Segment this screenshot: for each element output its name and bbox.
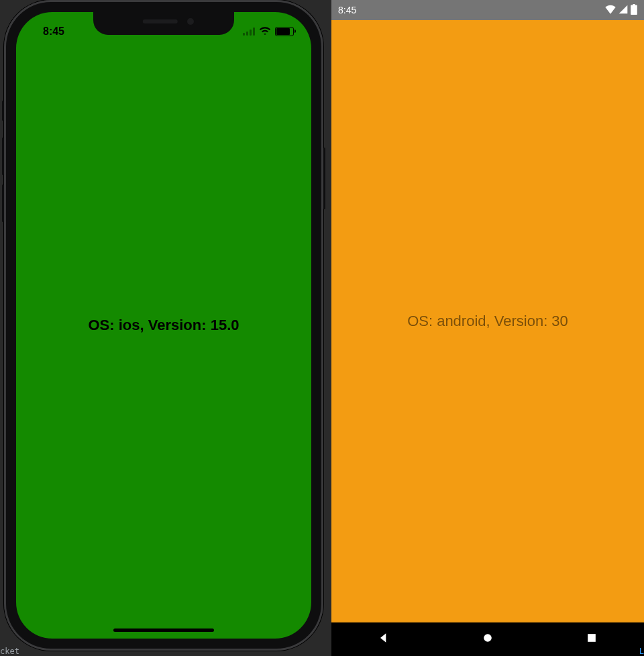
- svg-rect-1: [588, 634, 596, 642]
- android-back-button[interactable]: [377, 631, 390, 647]
- android-status-time: 8:45: [338, 5, 356, 15]
- ios-device-frame: 8:45 OS: ios, Version: 15.0: [4, 0, 323, 651]
- ios-home-indicator[interactable]: [113, 628, 214, 632]
- ide-text-fragment-right: L: [639, 647, 644, 656]
- ios-mute-switch[interactable]: [2, 101, 4, 121]
- ios-speaker: [143, 19, 178, 23]
- ios-notch: [93, 12, 234, 35]
- ios-volume-up-button[interactable]: [2, 138, 4, 175]
- ios-screen: 8:45 OS: ios, Version: 15.0: [16, 12, 311, 639]
- cellular-signal-icon: [619, 5, 628, 16]
- cellular-signal-icon: [243, 28, 255, 36]
- ios-os-version-label: OS: ios, Version: 15.0: [89, 317, 239, 334]
- android-device-frame: 8:45 OS: android, Version: 30: [331, 0, 644, 656]
- android-home-button[interactable]: [481, 631, 494, 647]
- ios-status-time: 8:45: [34, 25, 74, 38]
- battery-icon: [631, 4, 637, 17]
- wifi-icon: [259, 25, 271, 38]
- android-status-bar: 8:45: [331, 0, 644, 20]
- battery-icon: [275, 27, 294, 36]
- svg-point-0: [484, 634, 492, 642]
- android-recents-button[interactable]: [585, 631, 598, 647]
- ide-text-fragment-left: cket: [0, 647, 19, 656]
- ios-volume-down-button[interactable]: [2, 184, 4, 222]
- ios-app-content: OS: ios, Version: 15.0: [16, 12, 311, 639]
- android-app-content: OS: android, Version: 30: [331, 20, 644, 622]
- wifi-icon: [605, 5, 616, 16]
- android-os-version-label: OS: android, Version: 30: [407, 313, 568, 330]
- ios-front-camera: [187, 18, 194, 25]
- android-navigation-bar: [331, 622, 644, 656]
- ios-power-button[interactable]: [323, 148, 325, 209]
